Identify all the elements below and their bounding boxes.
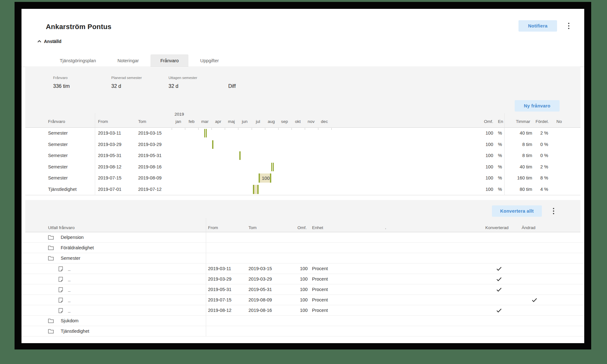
gantt-bar	[253, 185, 259, 194]
col-head-enhet: Enhet	[312, 225, 323, 230]
new-absence-button[interactable]: Ny frånvaro	[515, 100, 560, 112]
timmar-value: 160	[489, 173, 525, 184]
timmar-value: 8	[489, 139, 525, 150]
enhet-value: Procent	[312, 264, 328, 274]
folder-icon	[48, 326, 54, 337]
omf-value: 100	[464, 139, 493, 150]
month-nov: nov	[304, 119, 318, 124]
notify-button-label: Notifiera	[528, 23, 548, 28]
outcome-item-link[interactable]: _	[68, 274, 71, 284]
col-head-tom2: Tom	[248, 225, 257, 230]
month-jan: jan	[172, 119, 185, 124]
tab-tjanstgoringsplan[interactable]: Tjänstgöringsplan	[50, 54, 106, 67]
chevron-up-icon	[37, 40, 41, 43]
gantt-bar-edge	[253, 185, 254, 194]
converted-check-icon	[494, 274, 504, 284]
table-row: Semester 2019-07-15 2019-08-09 100 100 %…	[21, 173, 584, 184]
absence-type-link[interactable]: Semester	[48, 161, 68, 173]
folder-icon	[48, 232, 54, 243]
stat-planerad-label: Planerad semester	[111, 76, 142, 80]
outcome-item-link[interactable]: _	[68, 264, 71, 274]
absence-type-link[interactable]: Semester	[48, 150, 68, 161]
timeline-year-label: 2019	[175, 112, 184, 117]
month-dec: dec	[318, 119, 331, 124]
document-icon	[58, 305, 63, 316]
col-head-utfall: Utfall frånvaro	[48, 225, 75, 230]
table-row: Semester 2019-08-12 2019-08-16 100 % 40 …	[21, 161, 584, 173]
tom-date: 2019-08-09	[248, 295, 272, 305]
omf-value: 100	[287, 264, 308, 274]
notify-button[interactable]: Notifiera	[518, 20, 557, 32]
enhet-value: Procent	[312, 295, 328, 305]
month-mar: mar	[198, 119, 212, 124]
fordel-unit: %	[544, 184, 548, 195]
tree-folder-row[interactable]: Delpension	[21, 232, 584, 243]
tab-uppgifter[interactable]: Uppgifter	[190, 54, 229, 67]
absence-type-link[interactable]: Semester	[48, 173, 68, 184]
omf-value: 100	[464, 161, 493, 173]
document-icon	[58, 274, 63, 284]
col-head-note: ,	[385, 225, 386, 230]
fordel-unit: %	[544, 128, 548, 139]
tree-folder-label: Föräldraledighet	[61, 243, 94, 253]
timmar-value: 80	[489, 184, 525, 195]
enhet-value: Procent	[312, 284, 328, 295]
convert-all-button[interactable]: Konvertera allt	[492, 205, 542, 217]
gantt-bar	[239, 151, 241, 160]
month-jul: jul	[251, 119, 265, 124]
tree-folder-row[interactable]: Semester	[21, 253, 584, 264]
table-row: Semester 2019-03-29 2019-03-29 100 % 8 t…	[21, 139, 584, 150]
table-row: Semester 2019-05-31 2019-05-31 100 % 8 t…	[21, 150, 584, 161]
tree-folder-label: Delpension	[61, 232, 84, 243]
tree-item-row: _ 2019-03-29 2019-03-29 100 Procent	[21, 274, 584, 284]
col-head-andrad: Ändrad	[522, 225, 536, 230]
tree-folder-row[interactable]: Sjukdom	[21, 316, 584, 326]
absence-type-link[interactable]: Semester	[48, 128, 68, 139]
absence-type-link[interactable]: Tjänstledighet	[48, 184, 77, 195]
fordel-value: 0	[524, 139, 543, 150]
page-title: Ankarström Pontus	[46, 23, 112, 31]
gantt-bar-edge	[259, 173, 260, 183]
tree-folder-row[interactable]: Föräldraledighet	[21, 243, 584, 253]
tree-folder-row[interactable]: Tjänstledighet	[21, 326, 584, 337]
tab-noteringar[interactable]: Noteringar	[107, 54, 149, 67]
col-head-franvaro: Frånvaro	[48, 119, 65, 124]
from-date: 2019-05-31	[208, 284, 231, 295]
fordel-unit: %	[544, 173, 548, 184]
absence-summary-panel	[25, 67, 580, 128]
from-date: 2019-08-12	[98, 161, 121, 173]
outcome-item-link[interactable]: _	[68, 284, 71, 295]
gantt-bar	[206, 129, 207, 137]
fordel-value: 2	[524, 128, 543, 139]
from-date: 2019-08-12	[208, 305, 231, 316]
tom-date: 2019-08-09	[138, 173, 162, 184]
outcome-item-link[interactable]: _	[68, 295, 71, 305]
omf-value: 100	[287, 295, 308, 305]
omf-value: 100	[464, 150, 493, 161]
tree-item-row: _ 2019-07-15 2019-08-09 100 Procent	[21, 295, 584, 305]
tom-date: 2019-03-15	[248, 264, 272, 274]
employee-collapse-toggle[interactable]: Anställd	[37, 39, 61, 44]
outcome-item-link[interactable]: _	[68, 305, 71, 316]
tab-franvaro[interactable]: Frånvaro	[150, 54, 188, 67]
timmar-value: 40	[489, 161, 525, 173]
fordel-unit: %	[544, 161, 548, 173]
table-row: Tjänstledighet 2019-07-01 2019-07-12 100…	[21, 184, 584, 195]
tree-item-row: _ 2019-03-11 2019-03-15 100 Procent	[21, 264, 584, 274]
stat-franvaro-label: Frånvaro	[53, 76, 68, 80]
tom-date: 2019-07-12	[138, 184, 162, 195]
stat-uttagen-value: 32 d	[169, 83, 178, 89]
stat-diff-label: Diff	[228, 83, 236, 89]
fordel-unit: %	[544, 150, 548, 161]
document-icon	[58, 284, 63, 295]
gantt-bar	[212, 140, 213, 149]
enhet-value: Procent	[312, 274, 328, 284]
header-kebab-menu-icon[interactable]	[564, 21, 573, 31]
col-head-tom: Tom	[138, 119, 146, 124]
fordel-value: 0	[524, 150, 543, 161]
tom-date: 2019-03-29	[138, 139, 162, 150]
absence-type-link[interactable]: Semester	[48, 139, 68, 150]
outcome-kebab-menu-icon[interactable]	[549, 206, 558, 216]
employee-collapse-label: Anställd	[44, 39, 61, 44]
changed-check-icon	[530, 295, 539, 305]
